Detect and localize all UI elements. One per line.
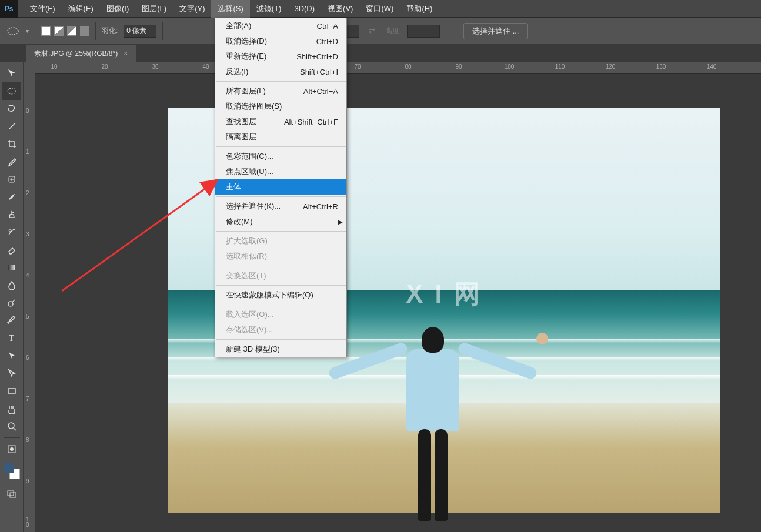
canvas-area[interactable]: X I 网 <box>35 74 761 532</box>
dodge-tool[interactable] <box>2 294 21 312</box>
menu-cmd-shortcut: Alt+Ctrl+A <box>303 87 338 96</box>
clone-stamp-tool[interactable] <box>2 206 21 223</box>
menu-cmd-重新选择E[interactable]: 重新选择(E)Shift+Ctrl+D <box>215 49 346 64</box>
feather-input[interactable] <box>124 25 156 38</box>
menu-cmd-shortcut: Ctrl+D <box>316 37 338 46</box>
menu-cmd-反选I[interactable]: 反选(I)Shift+Ctrl+I <box>215 64 346 79</box>
menu-item-10[interactable]: 帮助(H) <box>400 0 439 18</box>
menu-item-1[interactable]: 编辑(E) <box>62 0 100 18</box>
menu-cmd-shortcut: Shift+Ctrl+I <box>300 68 338 76</box>
menu-cmd-载入选区O: 载入选区(O)... <box>215 307 346 322</box>
menu-cmd-shortcut: Alt+Shift+Ctrl+F <box>284 118 338 126</box>
select-and-mask-button[interactable]: 选择并遮住 ... <box>463 23 528 39</box>
move-tool[interactable] <box>2 65 21 82</box>
type-tool[interactable]: T <box>2 329 21 347</box>
menu-item-0[interactable]: 文件(F) <box>24 0 62 18</box>
hand-tool[interactable] <box>2 400 21 417</box>
ruler-h-tick: 10 <box>51 63 57 70</box>
svg-point-1 <box>8 88 16 94</box>
menu-separator <box>216 231 346 232</box>
menu-cmd-修改M[interactable]: 修改(M)▶ <box>215 214 346 229</box>
svg-text:T: T <box>9 334 14 343</box>
mode-intersect-selection-icon[interactable] <box>80 26 89 36</box>
svg-point-6 <box>8 302 13 306</box>
healing-brush-tool[interactable] <box>2 170 21 188</box>
menu-separator <box>216 305 346 305</box>
mode-add-selection-icon[interactable] <box>54 26 64 36</box>
menu-cmd-新建3D模型3[interactable]: 新建 3D 模型(3) <box>215 342 346 357</box>
ruler-v-tick: 8 <box>26 437 29 443</box>
menu-cmd-所有图层L[interactable]: 所有图层(L)Alt+Ctrl+A <box>215 83 346 99</box>
quickmask-toggle[interactable] <box>2 440 21 458</box>
color-swatches[interactable] <box>2 461 21 480</box>
ruler-v-tick: 7 <box>26 396 29 401</box>
lasso-tool[interactable] <box>2 100 21 118</box>
ruler-v-tick: 3 <box>26 232 29 237</box>
select-menu-dropdown[interactable]: 全部(A)Ctrl+A取消选择(D)Ctrl+D重新选择(E)Shift+Ctr… <box>215 18 347 357</box>
swap-wh-icon: ⇄ <box>365 24 379 38</box>
feather-label: 羽化: <box>102 26 118 36</box>
menu-cmd-隔离图层[interactable]: 隔离图层 <box>215 129 346 145</box>
pen-tool[interactable] <box>2 312 21 329</box>
menu-cmd-全部A[interactable]: 全部(A)Ctrl+A <box>215 18 346 34</box>
menu-cmd-label: 扩大选取(G) <box>226 236 268 246</box>
menu-cmd-在快速蒙版模式下编辑Q[interactable]: 在快速蒙版模式下编辑(Q) <box>215 287 346 303</box>
blur-tool[interactable] <box>2 276 21 294</box>
menu-item-6[interactable]: 滤镜(T) <box>250 0 288 18</box>
gradient-tool[interactable] <box>2 259 21 276</box>
menu-separator <box>216 266 346 266</box>
svg-rect-8 <box>8 389 15 393</box>
menu-cmd-选择并遮住K[interactable]: 选择并遮住(K)...Alt+Ctrl+R <box>215 199 346 214</box>
menu-item-8[interactable]: 视图(V) <box>321 0 359 18</box>
height-input <box>407 25 440 38</box>
submenu-arrow-icon: ▶ <box>338 219 343 225</box>
marquee-ellipse-tool[interactable] <box>2 82 21 100</box>
menu-item-9[interactable]: 窗口(W) <box>359 0 400 18</box>
rectangle-tool[interactable] <box>2 382 21 400</box>
crop-tool[interactable] <box>2 135 21 153</box>
menu-item-2[interactable]: 图像(I) <box>100 0 135 18</box>
menu-cmd-label: 载入选区(O)... <box>226 309 274 320</box>
menu-item-3[interactable]: 图层(L) <box>135 0 173 18</box>
menu-item-4[interactable]: 文字(Y) <box>173 0 211 18</box>
ruler-h-tick: 30 <box>152 63 158 70</box>
close-icon[interactable]: × <box>124 49 128 58</box>
screen-mode-toggle[interactable] <box>2 485 21 503</box>
path-select-tool[interactable] <box>2 347 21 364</box>
ruler-corner <box>24 62 35 74</box>
menu-cmd-变换选区T: 变换选区(T) <box>215 268 346 283</box>
menu-separator <box>216 196 346 197</box>
direct-select-tool[interactable] <box>2 364 21 382</box>
svg-rect-12 <box>8 491 14 496</box>
history-brush-tool[interactable] <box>2 223 21 241</box>
menu-cmd-shortcut: Alt+Ctrl+R <box>303 202 338 211</box>
menu-separator <box>216 285 346 286</box>
menubar: Ps 文件(F)编辑(E)图像(I)图层(L)文字(Y)选择(S)滤镜(T)3D… <box>0 0 761 18</box>
fg-color-swatch[interactable] <box>4 463 14 473</box>
menu-cmd-色彩范围C[interactable]: 色彩范围(C)... <box>215 149 346 164</box>
menu-cmd-主体[interactable]: 主体 <box>215 179 346 195</box>
menu-cmd-取消选择图层S[interactable]: 取消选择图层(S) <box>215 99 346 114</box>
eyedropper-tool[interactable] <box>2 153 21 170</box>
mode-new-selection-icon[interactable] <box>41 26 51 36</box>
menu-cmd-label: 在快速蒙版模式下编辑(Q) <box>226 290 313 300</box>
menu-cmd-查找图层[interactable]: 查找图层Alt+Shift+Ctrl+F <box>215 114 346 129</box>
menu-cmd-选取相似R: 选取相似(R) <box>215 249 346 264</box>
menu-cmd-焦点区域U[interactable]: 焦点区域(U)... <box>215 164 346 179</box>
ruler-h-tick: 130 <box>656 63 666 70</box>
magic-wand-tool[interactable] <box>2 118 21 135</box>
tool-preset-icon[interactable] <box>6 24 20 38</box>
menu-item-5[interactable]: 选择(S) <box>211 0 249 18</box>
workspace: 102030405060708090100110120130140 012345… <box>24 62 761 532</box>
menu-cmd-取消选择D[interactable]: 取消选择(D)Ctrl+D <box>215 34 346 49</box>
document-tab[interactable]: 素材.JPG @ 25%(RGB/8*) × <box>26 45 136 62</box>
svg-rect-13 <box>10 493 16 497</box>
eraser-tool[interactable] <box>2 241 21 259</box>
brush-tool[interactable] <box>2 188 21 206</box>
menu-cmd-label: 变换选区(T) <box>226 270 266 281</box>
mode-subtract-selection-icon[interactable] <box>67 26 76 36</box>
document-tab-title: 素材.JPG @ 25%(RGB/8*) <box>34 49 118 59</box>
menu-item-7[interactable]: 3D(D) <box>288 0 321 18</box>
zoom-tool[interactable] <box>2 417 21 435</box>
menu-cmd-label: 反选(I) <box>226 66 248 77</box>
